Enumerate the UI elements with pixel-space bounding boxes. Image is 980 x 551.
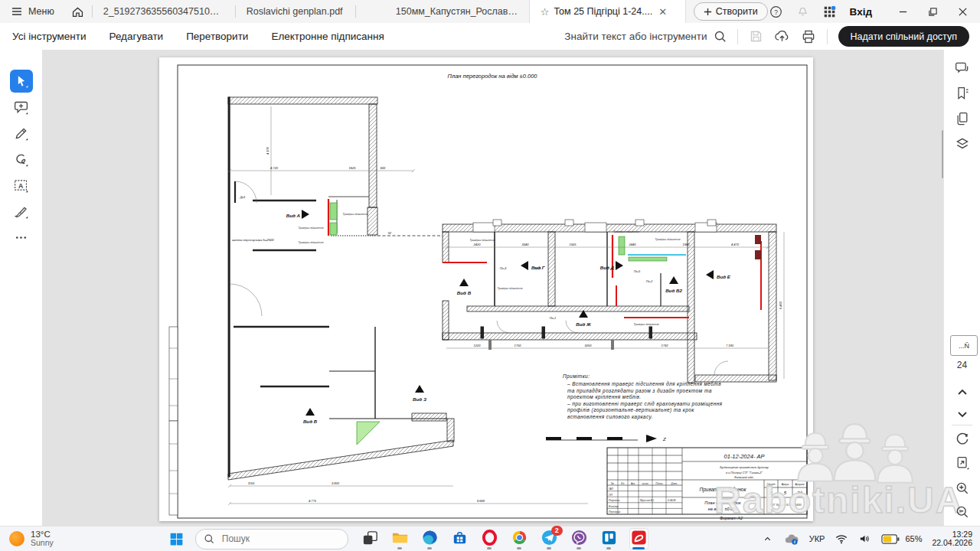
battery-icon[interactable] xyxy=(881,533,900,545)
viber-button[interactable] xyxy=(570,528,589,549)
file-explorer-button[interactable] xyxy=(390,528,410,549)
lasso-tool[interactable] xyxy=(10,148,33,171)
onedrive-icon[interactable]: i xyxy=(783,532,799,546)
chrome-button[interactable] xyxy=(510,528,529,549)
start-button[interactable] xyxy=(168,531,185,547)
maximize-icon[interactable] xyxy=(928,7,938,17)
trello-icon xyxy=(600,529,618,546)
tab-separator xyxy=(355,5,356,18)
tab-document-2[interactable]: Roslavichi genplan.pdf xyxy=(236,0,355,23)
edge-button[interactable] xyxy=(420,528,439,549)
help-icon[interactable]: ? xyxy=(769,5,782,18)
active-indicator xyxy=(632,547,645,549)
share-button[interactable]: Надати спільний доступ xyxy=(838,26,969,47)
svg-text:Арк.: Арк. xyxy=(630,482,635,485)
volume-icon[interactable] xyxy=(858,533,871,545)
select-tool[interactable] xyxy=(10,70,33,93)
next-page-button[interactable] xyxy=(953,405,972,423)
acrobat-button[interactable] xyxy=(629,528,648,549)
svg-text:Будівництво приватного будинку: Будівництво приватного будинку xyxy=(720,465,769,469)
svg-text:5.04.26: 5.04.26 xyxy=(668,499,676,502)
save-icon[interactable] xyxy=(749,29,763,44)
trello-button[interactable] xyxy=(599,528,619,549)
rotate-page-button[interactable] xyxy=(953,430,972,448)
svg-text:Кіл.: Кіл. xyxy=(621,482,625,485)
hamburger-icon xyxy=(11,5,23,18)
tab-label: 2_5192736355603475105.pdf xyxy=(103,6,224,17)
red-traverses xyxy=(328,199,761,318)
opera-button[interactable] xyxy=(480,528,499,549)
print-icon[interactable] xyxy=(801,29,816,44)
weather-widget[interactable]: 13°C Sunny xyxy=(0,530,54,547)
weather-condition: Sunny xyxy=(31,539,54,547)
zoom-in-button[interactable] xyxy=(953,479,972,497)
previous-page-button[interactable] xyxy=(953,383,972,402)
notifications-icon[interactable] xyxy=(796,5,809,18)
layers-panel-icon[interactable] xyxy=(953,135,972,153)
menu-convert[interactable]: Перетворити xyxy=(186,31,248,42)
add-comment-tool[interactable] xyxy=(10,96,33,119)
menu-edit[interactable]: Редагувати xyxy=(109,31,163,42)
plus-icon xyxy=(704,8,712,16)
clock[interactable]: 13:29 22.04.2026 xyxy=(932,530,972,547)
ellipsis-icon xyxy=(13,230,29,246)
login-button[interactable]: Вхід xyxy=(850,6,872,18)
dim-label: 3340 xyxy=(522,243,530,246)
wifi-icon[interactable] xyxy=(835,533,848,545)
task-view-button[interactable] xyxy=(361,528,380,549)
dim-label: 6.460 xyxy=(779,301,782,309)
close-icon[interactable] xyxy=(958,7,968,17)
create-button[interactable]: Створити xyxy=(694,2,768,21)
notes-title: Примітки: xyxy=(563,373,590,380)
glass-partition-label: скляна перегородка h=2500 xyxy=(232,238,274,242)
svg-text:Мусієнко В.І.: Мусієнко В.І. xyxy=(640,499,655,502)
tray-expand-icon[interactable] xyxy=(762,533,773,545)
svg-text:?: ? xyxy=(774,8,778,15)
close-tab-icon[interactable]: ✕ xyxy=(657,6,668,18)
pages-panel-icon[interactable] xyxy=(953,109,972,128)
page-total: 24 xyxy=(944,360,980,370)
apps-grid-icon[interactable] xyxy=(823,5,836,18)
acrobat-icon xyxy=(630,529,648,546)
tab-document-1[interactable]: 2_5192736355603475105.pdf xyxy=(93,0,235,23)
right-tool-rail: 24 xyxy=(943,50,980,527)
telegram-button[interactable]: 2 xyxy=(540,528,559,549)
file-explorer-icon xyxy=(391,529,409,546)
language-indicator[interactable]: УКР xyxy=(809,534,825,543)
store-button[interactable] xyxy=(450,528,469,549)
taskbar-search[interactable] xyxy=(195,529,348,549)
document-canvas[interactable]: План перегородок на відм ±0.000 xyxy=(42,50,944,527)
comments-panel-icon[interactable] xyxy=(953,59,972,77)
add-text-tool[interactable]: A xyxy=(10,174,33,197)
tab-document-4-active[interactable]: ☆ Том 25 Підгірці 1-24.... ✕ xyxy=(529,0,686,23)
dim-label: 4.105 xyxy=(266,146,270,155)
divider xyxy=(827,29,828,44)
signature-pen-icon xyxy=(13,204,29,220)
fill-sign-tool[interactable] xyxy=(10,200,33,223)
menu-esign[interactable]: Електронне підписання xyxy=(271,31,384,42)
svg-text:Траверса підсилення: Траверса підсилення xyxy=(613,230,639,233)
menu-button[interactable]: Меню xyxy=(0,0,64,23)
page-number-input[interactable] xyxy=(950,335,978,356)
draw-tool[interactable] xyxy=(10,122,33,145)
fit-page-button[interactable] xyxy=(953,454,972,472)
tab-document-3[interactable]: 150мм_Капустян_Рославичі... xyxy=(385,0,529,23)
upload-cloud-icon[interactable] xyxy=(774,28,790,44)
search-tools-button[interactable]: Знайти текст або інструменти xyxy=(564,30,726,43)
svg-text:– Встановлення траверс підси: – Встановлення траверс підсилення для кр… xyxy=(567,381,721,387)
menu-all-tools[interactable]: Усі інструменти xyxy=(12,31,86,42)
taskbar-search-input[interactable] xyxy=(220,533,323,545)
minimize-icon[interactable] xyxy=(898,7,908,17)
pdf-page[interactable]: План перегородок на відм ±0.000 xyxy=(159,57,813,521)
home-button[interactable] xyxy=(64,0,92,23)
cursor-icon xyxy=(14,73,29,89)
svg-text:Аркушів: Аркушів xyxy=(794,483,804,486)
svg-text:№док.: №док. xyxy=(642,482,649,485)
more-tools[interactable] xyxy=(10,226,33,249)
star-icon[interactable]: ☆ xyxy=(541,6,550,18)
zoom-out-button[interactable] xyxy=(953,503,972,521)
bookmarks-panel-icon[interactable] xyxy=(953,84,972,103)
svg-text:A: A xyxy=(18,181,24,189)
svg-text:i: i xyxy=(794,539,795,544)
text-box-icon: A xyxy=(13,178,29,194)
